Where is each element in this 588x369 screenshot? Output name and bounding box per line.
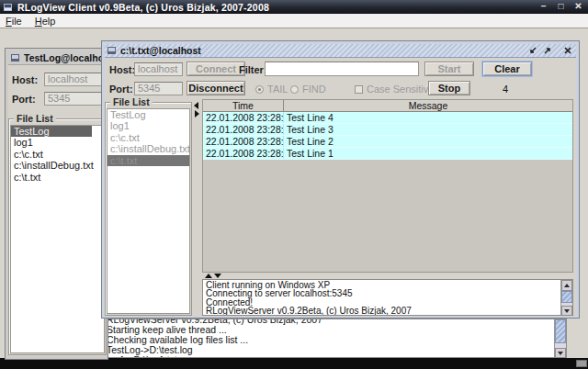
column-header-message[interactable]: Message [284, 100, 572, 111]
file-list-item[interactable]: log1 [11, 137, 104, 148]
table-row[interactable]: 22.01.2008 23:28:05 Test Line 2 [203, 136, 572, 148]
menu-file[interactable]: File [6, 16, 22, 27]
frame-testlog[interactable]: TestLog@localhost Host: localhost Port: … [5, 48, 108, 360]
time-cell: 22.01.2008 23:28:05 [203, 136, 284, 147]
file-list-item[interactable]: TestLog [11, 126, 92, 137]
port-field[interactable]: 5345 [44, 92, 104, 106]
file-list-item[interactable]: c:\t.txt [107, 155, 189, 166]
maximize-icon[interactable]: □ [555, 1, 567, 12]
file-list-item[interactable]: c:\c.txt [107, 132, 189, 143]
host-label: Host: [109, 64, 135, 75]
resize-grip[interactable] [576, 360, 587, 367]
host-label: Host: [12, 74, 38, 85]
stop-button[interactable]: Stop [428, 81, 470, 95]
split-divider-vertical[interactable] [192, 99, 202, 316]
expand-right-icon[interactable] [195, 110, 199, 117]
iconify-icon[interactable] [526, 45, 538, 56]
scrollbar-thumb[interactable] [561, 291, 572, 303]
frame-icon [107, 46, 117, 55]
main-log-text: RLogViewServer v0.9.2Beta, (c) Uros Bizj… [104, 319, 566, 358]
column-header-time[interactable]: Time [203, 100, 284, 111]
start-button[interactable]: Start [424, 62, 474, 76]
frame-ttxt-titlebar[interactable]: c:\t.txt@localhost [105, 44, 576, 58]
scroll-down-button[interactable] [555, 348, 566, 358]
minimize-icon[interactable]: – [537, 1, 549, 12]
port-field[interactable]: 5345 [134, 82, 183, 95]
arrow-down-icon [564, 309, 570, 313]
status-log-scrollbar[interactable] [560, 280, 572, 316]
app-icon [4, 3, 13, 12]
tail-label: TAIL [267, 84, 288, 95]
mdi-desktop: RLogViewServer v0.9.2Beta, (c) Uros Bizj… [0, 28, 588, 358]
time-cell: 22.01.2008 23:28:02 [203, 148, 284, 159]
time-cell: 22.01.2008 23:28:10 [203, 112, 284, 123]
filter-input[interactable] [265, 62, 419, 76]
message-cell: Test Line 3 [284, 124, 572, 135]
split-divider-horizontal[interactable] [202, 273, 573, 279]
frame-title: c:\t.txt@localhost [120, 45, 201, 56]
case-sensitive-checkbox[interactable]: Case Sensitive [355, 84, 434, 95]
frame-testlog-titlebar[interactable]: TestLog@localhost [8, 51, 105, 65]
arrow-up-icon [564, 284, 570, 287]
host-field[interactable]: localhost [44, 73, 104, 86]
connect-button[interactable]: Connect [187, 62, 245, 76]
status-line: RLogViewServer v0.9.2Beta, (c) Uros Bizj… [203, 307, 572, 315]
case-sensitive-label: Case Sensitive [367, 84, 434, 95]
file-list-title: File List [110, 96, 153, 108]
host-field[interactable]: localhost [134, 62, 183, 76]
file-list[interactable]: TestLoglog1c:\c.txtc:\installDebug.txtc:… [10, 125, 105, 353]
file-list[interactable]: TestLoglog1c:\c.txtc:\installDebug.txtc:… [107, 108, 190, 314]
message-cell: Test Line 1 [284, 148, 572, 159]
collapse-up-icon[interactable] [205, 274, 212, 278]
scroll-down-button[interactable] [561, 306, 572, 316]
find-label: FIND [302, 84, 326, 95]
message-cell: Test Line 4 [284, 112, 572, 123]
scroll-up-button[interactable] [561, 280, 572, 291]
table-row[interactable]: 22.01.2008 23:28:02 Test Line 1 [203, 148, 572, 160]
arrow-down-icon [558, 352, 563, 355]
file-list-item[interactable]: c:\installDebug.txt [11, 160, 104, 171]
tail-radio[interactable]: TAIL [255, 84, 288, 95]
menubar: File Help [0, 14, 588, 28]
time-cell: 22.01.2008 23:28:08 [203, 124, 284, 135]
table-body: 22.01.2008 23:28:10 Test Line 4 22.01.20… [203, 112, 572, 160]
main-log-scrollbar[interactable] [554, 319, 566, 358]
maximize-icon[interactable] [541, 45, 553, 56]
line-count: 4 [503, 84, 508, 95]
file-list-group: File List TestLoglog1c:\c.txtc:\installD… [105, 102, 192, 316]
close-icon[interactable] [561, 45, 573, 56]
scrollbar-thumb[interactable] [555, 319, 566, 343]
frame-ttxt[interactable]: c:\t.txt@localhost Host: localhost Conne… [101, 40, 580, 319]
app-window: RLogView Client v0.9Beta, (c) Uros Bizja… [0, 0, 588, 369]
frame-icon [11, 53, 20, 62]
log-table[interactable]: Time Message 22.01.2008 23:28:10 Test Li… [202, 99, 573, 273]
file-list-item[interactable]: c:\installDebug.txt [107, 143, 189, 154]
status-line: Connecting to server localhost:5345 [203, 289, 572, 297]
expand-down-icon[interactable] [214, 274, 221, 278]
disconnect-button[interactable]: Disconnect [187, 81, 245, 95]
table-row[interactable]: 22.01.2008 23:28:08 Test Line 3 [203, 124, 572, 136]
find-radio[interactable]: FIND [290, 84, 326, 95]
main-titlebar[interactable]: RLogView Client v0.9Beta, (c) Uros Bizja… [0, 0, 588, 14]
table-header[interactable]: Time Message [203, 100, 572, 112]
radio-icon [255, 85, 264, 94]
file-list-item[interactable]: log1 [107, 120, 189, 131]
status-log-text: Client running on Windows XPConnecting t… [203, 280, 572, 316]
file-list-item[interactable]: c:\c.txt [11, 149, 104, 160]
file-list-item[interactable]: c:\t.txt [11, 172, 104, 183]
clear-button[interactable]: Clear [482, 62, 532, 76]
menu-help[interactable]: Help [35, 16, 56, 27]
file-list-item[interactable]: TestLog [107, 109, 189, 120]
checkbox-icon [355, 85, 363, 94]
radio-icon [290, 85, 299, 94]
filter-label: Filter: [239, 64, 267, 75]
close-icon[interactable]: ✕ [572, 1, 584, 12]
status-log-pane[interactable]: Client running on Windows XPConnecting t… [202, 279, 573, 316]
file-list-title: File List [14, 113, 56, 125]
frame-title: TestLog@localhost [24, 52, 105, 63]
collapse-left-icon[interactable] [194, 102, 198, 109]
file-list-group: File List TestLoglog1c:\c.txtc:\installD… [8, 118, 107, 355]
table-row[interactable]: 22.01.2008 23:28:10 Test Line 4 [203, 112, 572, 124]
main-log-pane[interactable]: RLogViewServer v0.9.2Beta, (c) Uros Bizj… [103, 319, 567, 358]
window-title: RLogView Client v0.9Beta, (c) Uros Bizja… [17, 2, 269, 13]
